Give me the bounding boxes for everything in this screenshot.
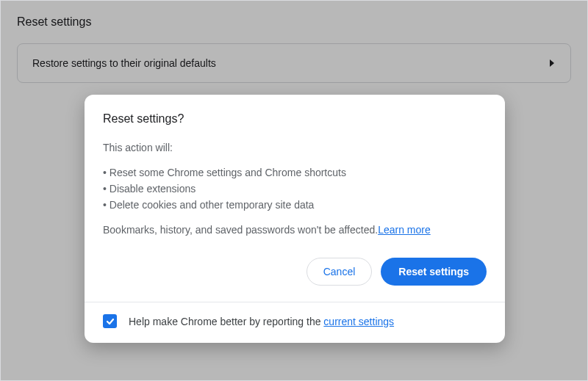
bullet-item: • Delete cookies and other temporary sit… bbox=[103, 199, 487, 211]
bullet-text: Reset some Chrome settings and Chrome sh… bbox=[110, 167, 346, 178]
footer-label: Help make Chrome better by reporting the… bbox=[129, 316, 394, 327]
dialog-bullets: • Reset some Chrome settings and Chrome … bbox=[103, 167, 487, 211]
dialog-title: Reset settings? bbox=[103, 112, 487, 126]
dialog-intro: This action will: bbox=[103, 142, 487, 153]
note-text: Bookmarks, history, and saved passwords … bbox=[103, 224, 378, 236]
bullet-text: Disable extensions bbox=[110, 183, 196, 195]
check-icon bbox=[105, 316, 115, 327]
learn-more-link[interactable]: Learn more bbox=[378, 224, 431, 236]
reset-settings-dialog: Reset settings? This action will: • Rese… bbox=[85, 95, 505, 343]
cancel-button[interactable]: Cancel bbox=[306, 258, 373, 286]
bullet-item: • Disable extensions bbox=[103, 183, 487, 195]
report-settings-checkbox[interactable] bbox=[103, 314, 117, 328]
reset-settings-button[interactable]: Reset settings bbox=[381, 258, 487, 286]
footer-text: Help make Chrome better by reporting the bbox=[129, 316, 323, 327]
bullet-item: • Reset some Chrome settings and Chrome … bbox=[103, 167, 487, 178]
current-settings-link[interactable]: current settings bbox=[323, 316, 394, 327]
dialog-note: Bookmarks, history, and saved passwords … bbox=[103, 224, 487, 236]
bullet-text: Delete cookies and other temporary site … bbox=[110, 199, 315, 211]
